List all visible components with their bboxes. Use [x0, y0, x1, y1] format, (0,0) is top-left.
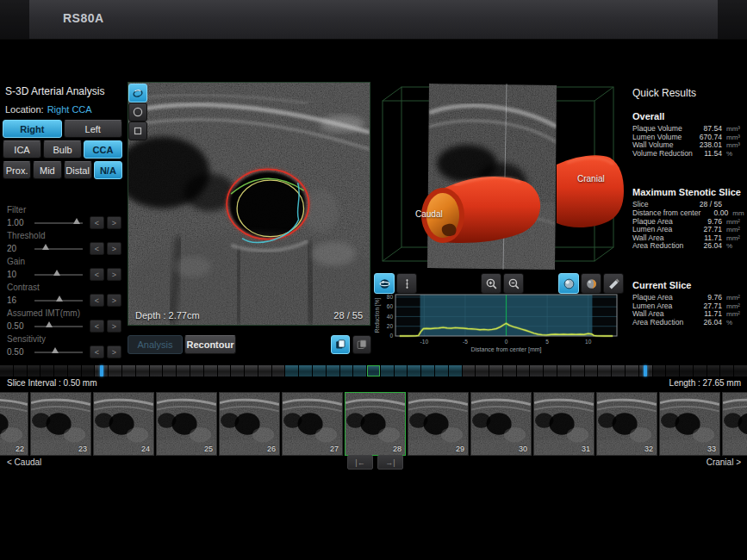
- mini-slice-17[interactable]: [218, 365, 231, 376]
- mini-slice-2[interactable]: [14, 365, 27, 376]
- mini-slice-23[interactable]: [299, 365, 312, 376]
- slider-track[interactable]: [34, 326, 83, 327]
- mini-slice-5[interactable]: [54, 365, 67, 376]
- mini-slice-3[interactable]: [28, 365, 40, 376]
- mini-slice-43[interactable]: [571, 365, 584, 376]
- active-slice-view-button[interactable]: [331, 335, 350, 354]
- slider-decrement-icon[interactable]: <: [90, 320, 104, 333]
- mini-slice-46[interactable]: [612, 365, 625, 376]
- mini-slice-39[interactable]: [517, 365, 530, 376]
- mini-slice-22[interactable]: [285, 365, 298, 376]
- mini-slice-24[interactable]: [313, 365, 326, 376]
- slider-thumb[interactable]: [53, 270, 60, 276]
- mini-slice-30[interactable]: [395, 365, 408, 376]
- filmstrip-thumb-33[interactable]: 33: [659, 392, 720, 456]
- mini-slice-18[interactable]: [231, 365, 244, 376]
- page-last-button[interactable]: →|: [377, 455, 403, 470]
- slider-decrement-icon[interactable]: <: [90, 216, 104, 229]
- mini-slice-21[interactable]: [272, 365, 285, 376]
- slider-thumb[interactable]: [52, 347, 59, 353]
- button-prox[interactable]: Prox.: [3, 161, 31, 179]
- slider-decrement-icon[interactable]: <: [90, 268, 104, 281]
- mini-slice-28[interactable]: [367, 365, 380, 376]
- mini-slice-49[interactable]: [653, 365, 666, 376]
- cranial-nav[interactable]: Cranial >: [707, 457, 741, 467]
- contour-overlay-icon-button[interactable]: [128, 84, 147, 103]
- slider-thumb[interactable]: [46, 321, 53, 327]
- filmstrip-thumb-29[interactable]: 29: [408, 392, 469, 456]
- slider-decrement-icon[interactable]: <: [90, 345, 104, 358]
- mini-slice-31[interactable]: [408, 365, 420, 376]
- mini-slice-41[interactable]: [544, 365, 557, 376]
- mini-slice-51[interactable]: [680, 365, 693, 376]
- filmstrip-thumb-22[interactable]: 22: [0, 392, 28, 456]
- mini-slice-11[interactable]: [136, 365, 149, 376]
- dual-view-button[interactable]: [352, 335, 371, 354]
- slider-track[interactable]: [34, 222, 83, 224]
- mini-slice-10[interactable]: [122, 365, 135, 376]
- mini-slice-26[interactable]: [340, 365, 353, 376]
- rect-tool-button[interactable]: [128, 121, 147, 140]
- mini-slice-45[interactable]: [598, 365, 611, 376]
- mini-slice-34[interactable]: [449, 365, 462, 376]
- filmstrip-thumb-31[interactable]: 31: [533, 392, 594, 456]
- mini-slice-15[interactable]: [190, 365, 203, 376]
- recontour-button[interactable]: Recontour: [184, 335, 236, 354]
- filmstrip-thumb-24[interactable]: 24: [93, 392, 154, 456]
- mini-slice-9[interactable]: [109, 365, 121, 376]
- mini-slice-4[interactable]: [40, 365, 53, 376]
- mini-slice-19[interactable]: [245, 365, 258, 376]
- mini-slice-55[interactable]: [734, 365, 747, 376]
- filmstrip-thumb-26[interactable]: 26: [219, 392, 280, 456]
- slider-decrement-icon[interactable]: <: [90, 242, 104, 255]
- ultrasound-viewer[interactable]: Depth : 2.77cm 28 / 55: [128, 82, 370, 326]
- slider-thumb[interactable]: [73, 218, 80, 224]
- button-right[interactable]: Right: [3, 120, 62, 138]
- slider-increment-icon[interactable]: >: [107, 294, 121, 307]
- filmstrip-thumb-25[interactable]: 25: [156, 392, 217, 456]
- mini-slice-29[interactable]: [381, 365, 394, 376]
- slider-track[interactable]: [34, 248, 83, 250]
- button-mid[interactable]: Mid: [33, 161, 61, 179]
- filmstrip-thumb-32[interactable]: 32: [596, 392, 657, 456]
- slider-increment-icon[interactable]: >: [107, 242, 121, 255]
- button-cca[interactable]: CCA: [84, 140, 122, 159]
- filmstrip-thumb-27[interactable]: 27: [282, 392, 343, 456]
- mini-slice-35[interactable]: [463, 365, 476, 376]
- slider-thumb[interactable]: [56, 296, 63, 302]
- ellipse-tool-button[interactable]: [128, 103, 147, 121]
- button-ica[interactable]: ICA: [3, 140, 41, 159]
- mini-slice-44[interactable]: [585, 365, 598, 376]
- mini-slice-13[interactable]: [163, 365, 176, 376]
- mini-slice-25[interactable]: [327, 365, 339, 376]
- slider-decrement-icon[interactable]: <: [90, 294, 104, 307]
- slice-overview-strip[interactable]: [0, 365, 747, 376]
- slider-increment-icon[interactable]: >: [107, 268, 121, 281]
- filmstrip-thumb-30[interactable]: 30: [470, 392, 532, 456]
- mini-slice-14[interactable]: [177, 365, 190, 376]
- slider-track[interactable]: [34, 352, 83, 353]
- mini-slice-6[interactable]: [68, 365, 81, 376]
- slider-increment-icon[interactable]: >: [107, 320, 121, 333]
- button-left[interactable]: Left: [64, 120, 123, 138]
- mini-slice-20[interactable]: [258, 365, 271, 376]
- analysis-button[interactable]: Analysis: [128, 335, 183, 354]
- mini-slice-36[interactable]: [476, 365, 489, 376]
- caudal-nav[interactable]: < Caudal: [7, 457, 41, 467]
- button-na[interactable]: N/A: [94, 161, 122, 179]
- mini-slice-42[interactable]: [557, 365, 570, 376]
- mini-slice-50[interactable]: [666, 365, 679, 376]
- mini-slice-32[interactable]: [421, 365, 434, 376]
- filmstrip-thumb-34[interactable]: 34: [722, 392, 747, 456]
- filmstrip-thumb-28[interactable]: 28: [345, 392, 406, 456]
- mini-slice-54[interactable]: [720, 365, 733, 376]
- mini-slice-52[interactable]: [694, 365, 707, 376]
- mini-slice-27[interactable]: [353, 365, 366, 376]
- slider-increment-icon[interactable]: >: [107, 216, 121, 229]
- button-distal[interactable]: Distal: [64, 161, 92, 179]
- range-marker[interactable]: [100, 365, 103, 376]
- mini-slice-7[interactable]: [82, 365, 95, 376]
- filmstrip-thumb-23[interactable]: 23: [30, 392, 91, 456]
- mini-slice-16[interactable]: [204, 365, 217, 376]
- mini-slice-1[interactable]: [0, 365, 13, 376]
